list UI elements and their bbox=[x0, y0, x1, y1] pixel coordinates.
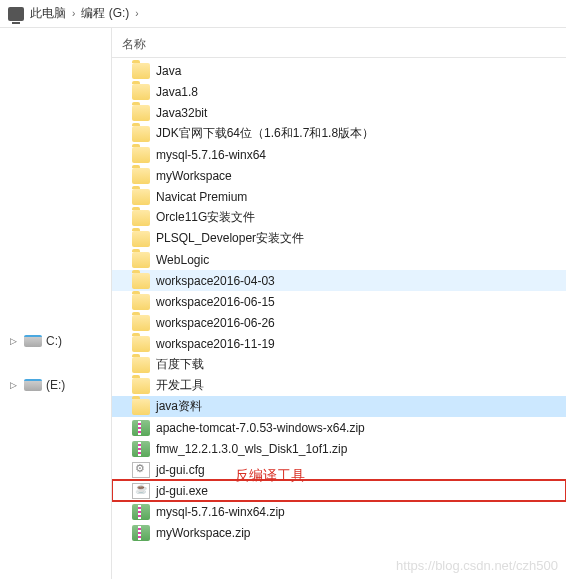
zip-icon bbox=[132, 504, 150, 520]
file-name: jd-gui.exe bbox=[156, 484, 208, 498]
file-row[interactable]: jd-gui.exe bbox=[112, 480, 566, 501]
folder-icon bbox=[132, 147, 150, 163]
file-name: apache-tomcat-7.0.53-windows-x64.zip bbox=[156, 421, 365, 435]
file-row[interactable]: Orcle11G安装文件 bbox=[112, 207, 566, 228]
file-name: workspace2016-11-19 bbox=[156, 337, 275, 351]
expand-icon[interactable]: ▷ bbox=[10, 336, 20, 346]
file-row[interactable]: mysql-5.7.16-winx64.zip bbox=[112, 501, 566, 522]
zip-icon bbox=[132, 525, 150, 541]
sidebar-tree[interactable]: ▷ C:) ▷ (E:) bbox=[0, 28, 112, 579]
file-name: 百度下载 bbox=[156, 356, 204, 373]
folder-icon bbox=[132, 168, 150, 184]
file-name: 开发工具 bbox=[156, 377, 204, 394]
file-name: myWorkspace.zip bbox=[156, 526, 250, 540]
breadcrumb-folder[interactable]: 编程 (G:) bbox=[81, 5, 129, 22]
pc-icon bbox=[8, 7, 24, 21]
file-name: JDK官网下载64位（1.6和1.7和1.8版本） bbox=[156, 125, 374, 142]
folder-icon bbox=[132, 252, 150, 268]
file-list-panel: 名称 JavaJava1.8Java32bitJDK官网下载64位（1.6和1.… bbox=[112, 28, 566, 579]
file-name: Navicat Premium bbox=[156, 190, 247, 204]
folder-icon bbox=[132, 126, 150, 142]
file-row[interactable]: apache-tomcat-7.0.53-windows-x64.zip bbox=[112, 417, 566, 438]
drive-icon bbox=[24, 379, 42, 391]
file-name: Java bbox=[156, 64, 181, 78]
folder-icon bbox=[132, 399, 150, 415]
file-row[interactable]: Navicat Premium bbox=[112, 186, 566, 207]
folder-icon bbox=[132, 189, 150, 205]
file-name: WebLogic bbox=[156, 253, 209, 267]
file-row[interactable]: java资料 bbox=[112, 396, 566, 417]
file-row[interactable]: workspace2016-11-19 bbox=[112, 333, 566, 354]
zip-icon bbox=[132, 441, 150, 457]
expand-icon[interactable]: ▷ bbox=[10, 380, 20, 390]
file-name: PLSQL_Developer安装文件 bbox=[156, 230, 304, 247]
folder-icon bbox=[132, 273, 150, 289]
drive-label: (E:) bbox=[46, 378, 65, 392]
exe-icon bbox=[132, 483, 150, 499]
folder-icon bbox=[132, 315, 150, 331]
breadcrumb[interactable]: 此电脑 › 编程 (G:) › bbox=[0, 0, 566, 28]
cfg-icon bbox=[132, 462, 150, 478]
file-row[interactable]: fmw_12.2.1.3.0_wls_Disk1_1of1.zip bbox=[112, 438, 566, 459]
drive-label: C:) bbox=[46, 334, 62, 348]
folder-icon bbox=[132, 84, 150, 100]
file-name: mysql-5.7.16-winx64.zip bbox=[156, 505, 285, 519]
file-row[interactable]: workspace2016-04-03 bbox=[112, 270, 566, 291]
file-row[interactable]: PLSQL_Developer安装文件 bbox=[112, 228, 566, 249]
sidebar-drive-e[interactable]: ▷ (E:) bbox=[0, 372, 111, 398]
file-row[interactable]: Java bbox=[112, 60, 566, 81]
file-row[interactable]: JDK官网下载64位（1.6和1.7和1.8版本） bbox=[112, 123, 566, 144]
folder-icon bbox=[132, 336, 150, 352]
file-row[interactable]: jd-gui.cfg bbox=[112, 459, 566, 480]
file-name: Java1.8 bbox=[156, 85, 198, 99]
folder-icon bbox=[132, 105, 150, 121]
breadcrumb-root[interactable]: 此电脑 bbox=[8, 5, 66, 22]
breadcrumb-label: 此电脑 bbox=[30, 5, 66, 22]
file-row[interactable]: workspace2016-06-26 bbox=[112, 312, 566, 333]
file-name: jd-gui.cfg bbox=[156, 463, 205, 477]
main-area: ▷ C:) ▷ (E:) 名称 JavaJava1.8Java32bitJDK官… bbox=[0, 28, 566, 579]
file-row[interactable]: workspace2016-06-15 bbox=[112, 291, 566, 312]
breadcrumb-label: 编程 (G:) bbox=[81, 5, 129, 22]
file-row[interactable]: 开发工具 bbox=[112, 375, 566, 396]
folder-icon bbox=[132, 231, 150, 247]
file-name: myWorkspace bbox=[156, 169, 232, 183]
file-row[interactable]: Java1.8 bbox=[112, 81, 566, 102]
file-row[interactable]: Java32bit bbox=[112, 102, 566, 123]
folder-icon bbox=[132, 294, 150, 310]
zip-icon bbox=[132, 420, 150, 436]
file-name: workspace2016-06-26 bbox=[156, 316, 275, 330]
file-name: java资料 bbox=[156, 398, 202, 415]
file-name: Java32bit bbox=[156, 106, 207, 120]
file-name: workspace2016-04-03 bbox=[156, 274, 275, 288]
drive-icon bbox=[24, 335, 42, 347]
folder-icon bbox=[132, 210, 150, 226]
file-list[interactable]: JavaJava1.8Java32bitJDK官网下载64位（1.6和1.7和1… bbox=[112, 58, 566, 543]
file-row[interactable]: mysql-5.7.16-winx64 bbox=[112, 144, 566, 165]
file-row[interactable]: 百度下载 bbox=[112, 354, 566, 375]
chevron-right-icon: › bbox=[72, 8, 75, 19]
file-name: workspace2016-06-15 bbox=[156, 295, 275, 309]
file-row[interactable]: WebLogic bbox=[112, 249, 566, 270]
file-row[interactable]: myWorkspace.zip bbox=[112, 522, 566, 543]
column-header-name[interactable]: 名称 bbox=[112, 32, 566, 58]
folder-icon bbox=[132, 357, 150, 373]
file-name: Orcle11G安装文件 bbox=[156, 209, 255, 226]
folder-icon bbox=[132, 378, 150, 394]
chevron-right-icon: › bbox=[135, 8, 138, 19]
file-name: mysql-5.7.16-winx64 bbox=[156, 148, 266, 162]
folder-icon bbox=[132, 63, 150, 79]
file-row[interactable]: myWorkspace bbox=[112, 165, 566, 186]
file-name: fmw_12.2.1.3.0_wls_Disk1_1of1.zip bbox=[156, 442, 347, 456]
sidebar-drive-c[interactable]: ▷ C:) bbox=[0, 328, 111, 354]
